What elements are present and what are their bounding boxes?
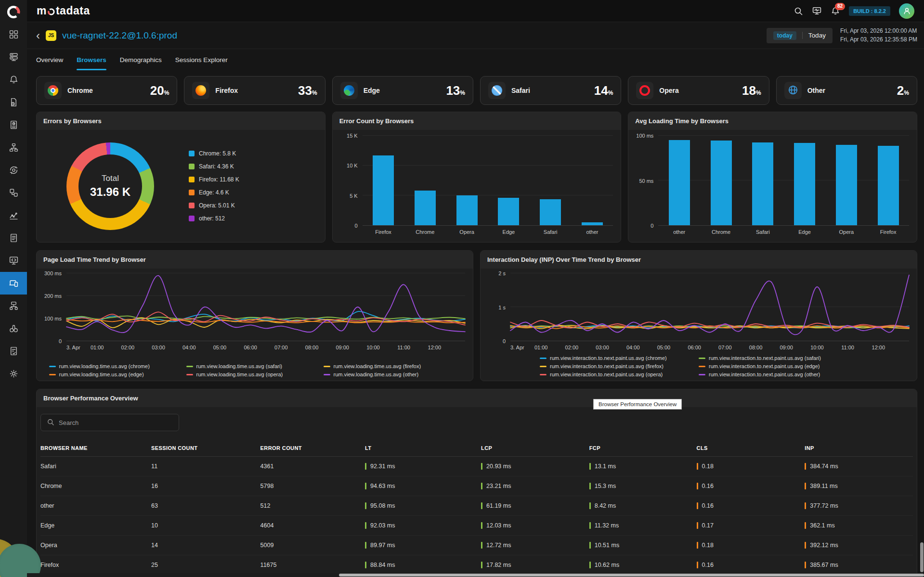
sidebar-item-automation[interactable]: [0, 159, 27, 181]
y-tick-label: 200 ms: [44, 293, 62, 299]
bar-other[interactable]: [669, 140, 690, 225]
donut-legend-item-opera[interactable]: Opera: 5.01 K: [189, 202, 239, 209]
table-search-box[interactable]: [40, 414, 179, 431]
column-header-lcp[interactable]: LCP: [481, 445, 589, 451]
table-row-chrome[interactable]: Chrome16579894.63 ms23.21 ms15.3 ms0.163…: [40, 476, 913, 496]
sidebar-item-settings[interactable]: [0, 362, 27, 385]
user-avatar[interactable]: [899, 3, 914, 19]
table-row-opera[interactable]: Opera14500989.97 ms12.72 ms10.51 ms0.183…: [40, 536, 913, 555]
table-row-safari[interactable]: Safari11436192.31 ms20.93 ms13.1 ms0.183…: [40, 457, 913, 476]
column-header-error-count[interactable]: ERROR COUNT: [260, 445, 365, 451]
tab-browsers[interactable]: Browsers: [77, 49, 106, 70]
bar-opera[interactable]: [456, 195, 478, 225]
legend-item-edge[interactable]: rum.view.loading.time.us.avg (edge): [49, 372, 186, 377]
legend-item-chrome[interactable]: rum.view.interaction.to.next.paint.us.av…: [540, 355, 699, 361]
y-tick-label: 10 K: [347, 163, 358, 168]
time-range-selector[interactable]: today Today: [767, 28, 833, 43]
metric-value: 377.72 ms: [810, 502, 838, 509]
legend-item-other[interactable]: rum.view.interaction.to.next.paint.us.av…: [699, 372, 858, 377]
column-header-browser-name[interactable]: BROWSER NAME: [40, 445, 151, 451]
table-search-input[interactable]: [59, 419, 173, 426]
bar-firefox[interactable]: [373, 155, 394, 225]
legend-item-chrome[interactable]: rum.view.loading.time.us.avg (chrome): [49, 363, 186, 369]
legend-item-firefox[interactable]: rum.view.interaction.to.next.paint.us.av…: [540, 363, 699, 369]
edge-icon: [344, 85, 354, 96]
vertical-scrollbar-thumb[interactable]: [920, 542, 924, 572]
tab-sessions-explorer[interactable]: Sessions Explorer: [175, 49, 228, 70]
sidebar-item-apm[interactable]: [0, 249, 27, 272]
browser-card-safari[interactable]: Safari14%: [480, 76, 621, 105]
horizontal-scrollbar-thumb[interactable]: [339, 574, 924, 577]
metric-value: 384.74 ms: [810, 463, 838, 470]
tab-overview[interactable]: Overview: [36, 49, 63, 70]
table-row-other[interactable]: other6351295.08 ms61.19 ms8.42 ms0.16377…: [40, 496, 913, 516]
bar-chrome[interactable]: [711, 141, 732, 225]
donut-legend-item-firefox[interactable]: Firefox: 11.68 K: [189, 176, 239, 183]
legend-item-safari[interactable]: rum.view.loading.time.us.avg (safari): [186, 363, 324, 369]
column-header-fcp[interactable]: FCP: [589, 445, 697, 451]
series-other[interactable]: [66, 276, 465, 333]
back-chevron-icon[interactable]: ‹: [36, 30, 40, 41]
sidebar-item-analytics[interactable]: [0, 204, 27, 227]
column-header-cls[interactable]: CLS: [697, 445, 805, 451]
sidebar-item-integrations[interactable]: [0, 181, 27, 204]
browser-card-opera[interactable]: Opera18%: [628, 76, 769, 105]
search-icon[interactable]: [794, 6, 803, 16]
notifications-bell-icon[interactable]: 82: [831, 6, 840, 16]
donut-legend-item-safari[interactable]: Safari: 4.36 K: [189, 163, 239, 170]
legend-item-other[interactable]: rum.view.loading.time.us.avg (other): [324, 372, 461, 377]
motadata-logo-mark[interactable]: [6, 4, 21, 21]
monitor-activity-icon[interactable]: [812, 6, 822, 16]
column-header-session-count[interactable]: SESSION COUNT: [151, 445, 260, 451]
sidebar-item-rum[interactable]: [0, 272, 27, 295]
tab-demographics[interactable]: Demographics: [120, 49, 162, 70]
application-title[interactable]: vue-ragnet-22.2@1.0.6:prod: [62, 30, 177, 41]
column-header-lt[interactable]: LT: [365, 445, 481, 451]
line-series: [66, 273, 465, 341]
sidebar-item-network[interactable]: [0, 295, 27, 317]
legend-item-safari[interactable]: rum.view.interaction.to.next.paint.us.av…: [699, 355, 858, 361]
sidebar-item-dashboard[interactable]: [0, 23, 27, 46]
legend-item-opera[interactable]: rum.view.interaction.to.next.paint.us.av…: [540, 372, 699, 377]
sidebar-item-alerts[interactable]: [0, 68, 27, 91]
sidebar-item-discovery[interactable]: [0, 317, 27, 340]
donut-legend-item-edge[interactable]: Edge: 4.6 K: [189, 189, 239, 196]
bar-chrome[interactable]: [415, 191, 436, 225]
browser-card-firefox[interactable]: Firefox33%: [184, 76, 325, 105]
browser-card-edge[interactable]: Edge13%: [332, 76, 473, 105]
table-row-firefox[interactable]: Firefox251167588.84 ms17.82 ms10.62 ms0.…: [40, 555, 913, 575]
metric-bar: [805, 463, 806, 470]
bar-safari[interactable]: [540, 199, 561, 225]
legend-dash: [324, 374, 330, 375]
bar-firefox[interactable]: [878, 146, 899, 225]
sidebar-item-documents[interactable]: [0, 227, 27, 249]
table-row-edge[interactable]: Edge10460492.03 ms12.03 ms11.32 ms0.1736…: [40, 516, 913, 536]
sidebar-item-topology[interactable]: [0, 136, 27, 159]
browser-card-other[interactable]: Other2%: [776, 76, 917, 105]
legend-item-opera[interactable]: rum.view.loading.time.us.avg (opera): [186, 372, 324, 377]
legend-item-edge[interactable]: rum.view.interaction.to.next.paint.us.av…: [699, 363, 858, 369]
cell-lcp: 61.19 ms: [481, 502, 589, 509]
browser-card-chrome[interactable]: Chrome20%: [36, 76, 177, 105]
bar-edge[interactable]: [498, 198, 519, 225]
column-header-inp[interactable]: INP: [805, 445, 913, 451]
donut-legend-item-other[interactable]: other: 512: [189, 215, 239, 222]
donut-legend-item-chrome[interactable]: Chrome: 5.8 K: [189, 150, 239, 157]
legend-item-firefox[interactable]: rum.view.loading.time.us.avg (firefox): [324, 363, 461, 369]
legend-dash: [186, 366, 193, 367]
legend-dash: [324, 366, 330, 367]
bar-other[interactable]: [582, 222, 603, 225]
bar-edge[interactable]: [794, 143, 815, 225]
bar-opera[interactable]: [836, 145, 857, 225]
errors-donut-chart[interactable]: Total 31.96 K: [66, 142, 154, 230]
y-tick-label: 100 ms: [636, 133, 653, 139]
sidebar-item-infrastructure[interactable]: [0, 46, 27, 68]
sidebar-item-audit[interactable]: [0, 340, 27, 362]
horizontal-scrollbar[interactable]: [27, 573, 924, 577]
legend-dash: [540, 366, 547, 367]
sidebar-item-log-explorer[interactable]: [0, 91, 27, 114]
sidebar-item-reports[interactable]: [0, 114, 27, 136]
bar-safari[interactable]: [752, 142, 773, 225]
table-body: Safari11436192.31 ms20.93 ms13.1 ms0.183…: [40, 457, 913, 575]
breadcrumb-bar: ‹ JS vue-ragnet-22.2@1.0.6:prod today To…: [27, 22, 924, 49]
